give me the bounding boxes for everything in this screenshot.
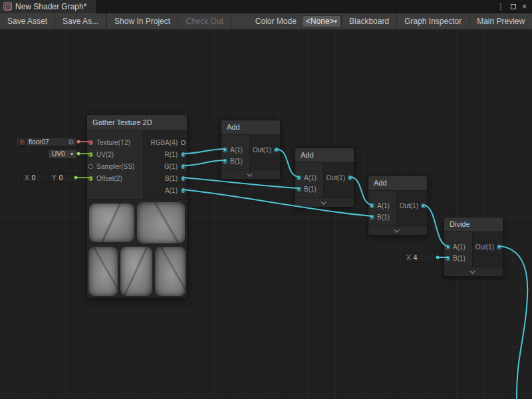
title-bar: New Shader Graph* ⋮ × bbox=[0, 0, 532, 13]
field-value: 0 bbox=[32, 174, 36, 182]
port-dot-a[interactable] bbox=[181, 188, 186, 193]
uv-channel-dropdown[interactable]: UV0 ▾ bbox=[48, 149, 77, 159]
port-label: A(1) bbox=[304, 174, 317, 182]
port-dot-r[interactable] bbox=[181, 152, 186, 157]
port-input-uv[interactable]: UV(2) bbox=[88, 149, 114, 160]
graph-inspector-toggle-button[interactable]: Graph Inspector bbox=[396, 13, 469, 30]
port-output-out[interactable]: Out(1) bbox=[253, 144, 279, 155]
port-output-out[interactable]: Out(1) bbox=[327, 172, 352, 183]
offset-x-field[interactable]: X 0 bbox=[21, 173, 47, 183]
port-input-b[interactable]: B(1) bbox=[370, 211, 390, 222]
preview-tile bbox=[89, 203, 134, 242]
node-add-3[interactable]: Add A(1) B(1) Out(1) bbox=[368, 176, 428, 235]
port-output-b[interactable]: B(1) bbox=[165, 173, 186, 184]
port-input-offset[interactable]: Offset(2) bbox=[88, 173, 122, 184]
port-dot-b[interactable] bbox=[446, 256, 450, 261]
node-add-2[interactable]: Add A(1) B(1) Out(1) bbox=[295, 148, 354, 207]
node-collapse-control[interactable] bbox=[368, 225, 427, 235]
port-dot-texture[interactable] bbox=[88, 140, 93, 145]
texture-object-field[interactable]: floor07 ⊙ bbox=[16, 137, 77, 147]
port-dot-sampler[interactable] bbox=[88, 164, 93, 169]
document-tab[interactable]: New Shader Graph* bbox=[0, 0, 96, 13]
node-title[interactable]: Gather Texture 2D bbox=[87, 115, 187, 131]
object-picker-icon[interactable]: ⊙ bbox=[68, 138, 74, 146]
show-in-project-button[interactable]: Show In Project bbox=[107, 13, 178, 30]
port-dot-offset[interactable] bbox=[88, 176, 93, 181]
port-input-b[interactable]: B(1) bbox=[446, 253, 466, 263]
more-menu-icon[interactable]: ⋮ bbox=[497, 0, 505, 13]
port-dot-uv[interactable] bbox=[88, 152, 93, 157]
node-texture-preview bbox=[87, 199, 187, 298]
port-dot-a[interactable] bbox=[446, 245, 450, 249]
port-output-out[interactable]: Out(1) bbox=[400, 200, 426, 211]
port-label: RGBA(4) bbox=[150, 139, 178, 146]
port-dot-g[interactable] bbox=[181, 164, 186, 169]
port-label: B(1) bbox=[453, 255, 466, 262]
node-gather-texture-2d[interactable]: Gather Texture 2D Texture(T2) UV(2) Samp… bbox=[86, 114, 188, 299]
port-output-r[interactable]: R(1) bbox=[165, 149, 186, 160]
node-collapse-control[interactable] bbox=[295, 198, 354, 207]
blackboard-toggle-button[interactable]: Blackboard bbox=[341, 13, 396, 30]
port-dot-b[interactable] bbox=[181, 176, 186, 181]
color-mode-dropdown[interactable]: <None> ▾ bbox=[302, 15, 341, 27]
port-input-a[interactable]: A(1) bbox=[446, 241, 466, 252]
node-add-1[interactable]: Add A(1) B(1) Out(1) bbox=[221, 120, 281, 180]
port-output-g[interactable]: G(1) bbox=[164, 161, 186, 172]
port-input-sampler[interactable]: Sampler(SS) bbox=[88, 161, 134, 172]
node-collapse-control[interactable] bbox=[221, 170, 280, 179]
port-input-b[interactable]: B(1) bbox=[297, 184, 317, 194]
window-controls: ⋮ × bbox=[497, 0, 532, 13]
port-input-a[interactable]: A(1) bbox=[370, 200, 390, 211]
port-dot-out[interactable] bbox=[497, 245, 501, 249]
preview-tile bbox=[120, 247, 152, 296]
maximize-icon[interactable] bbox=[511, 4, 516, 9]
shader-graph-window: New Shader Graph* ⋮ × Save Asset Save As… bbox=[0, 0, 532, 399]
port-dot-b[interactable] bbox=[370, 215, 374, 219]
node-divide[interactable]: Divide A(1) B(1) Out(1) bbox=[444, 217, 503, 277]
port-dot-out[interactable] bbox=[274, 148, 279, 152]
port-label: Out(1) bbox=[327, 174, 345, 182]
save-asset-button[interactable]: Save Asset bbox=[0, 13, 55, 30]
port-label: Offset(2) bbox=[96, 175, 122, 182]
graph-canvas[interactable] bbox=[0, 30, 532, 399]
port-dot-a[interactable] bbox=[370, 203, 374, 208]
port-output-out[interactable]: Out(1) bbox=[475, 241, 501, 252]
offset-y-field[interactable]: Y 0 bbox=[49, 173, 74, 183]
port-label: Out(1) bbox=[475, 243, 494, 251]
port-output-rgba[interactable]: RGBA(4) bbox=[150, 137, 186, 148]
node-title[interactable]: Add bbox=[368, 176, 427, 191]
toolbar: Save Asset Save As... Show In Project Ch… bbox=[0, 13, 532, 30]
node-title[interactable]: Divide bbox=[444, 217, 503, 232]
port-dot-rgba[interactable] bbox=[181, 140, 186, 145]
port-input-b[interactable]: B(1) bbox=[223, 156, 243, 166]
port-dot-a[interactable] bbox=[297, 176, 301, 180]
field-label: X bbox=[25, 174, 29, 182]
close-icon[interactable]: × bbox=[522, 0, 527, 13]
chevron-down-icon: ▾ bbox=[70, 151, 73, 157]
port-input-a[interactable]: A(1) bbox=[223, 144, 243, 155]
port-label: B(1) bbox=[165, 175, 178, 182]
port-label: R(1) bbox=[165, 151, 178, 158]
port-dot-b[interactable] bbox=[223, 159, 227, 164]
port-dot-a[interactable] bbox=[223, 148, 227, 152]
port-input-a[interactable]: A(1) bbox=[297, 172, 317, 183]
node-collapse-control[interactable] bbox=[444, 267, 503, 276]
port-input-texture[interactable]: Texture(T2) bbox=[88, 137, 130, 148]
port-label: A(1) bbox=[377, 202, 390, 209]
port-label: G(1) bbox=[164, 163, 178, 170]
main-preview-toggle-button[interactable]: Main Preview bbox=[469, 13, 532, 30]
chevron-down-icon bbox=[247, 171, 252, 176]
divide-b-field[interactable]: X 4 bbox=[403, 253, 436, 263]
port-dot-b[interactable] bbox=[297, 187, 301, 192]
port-dot-out[interactable] bbox=[348, 176, 352, 180]
color-mode-label: Color Mode bbox=[250, 17, 302, 26]
port-dot-out[interactable] bbox=[421, 203, 426, 208]
field-label: X bbox=[406, 254, 411, 261]
port-output-a[interactable]: A(1) bbox=[165, 185, 186, 196]
node-body: A(1) B(1) Out(1) bbox=[368, 191, 427, 225]
texture-thumbnail bbox=[19, 139, 26, 146]
save-as-button[interactable]: Save As... bbox=[55, 13, 106, 30]
node-title[interactable]: Add bbox=[295, 148, 354, 163]
node-body: Texture(T2) UV(2) Sampler(SS) Offset(2) … bbox=[87, 131, 187, 199]
node-title[interactable]: Add bbox=[221, 120, 280, 135]
